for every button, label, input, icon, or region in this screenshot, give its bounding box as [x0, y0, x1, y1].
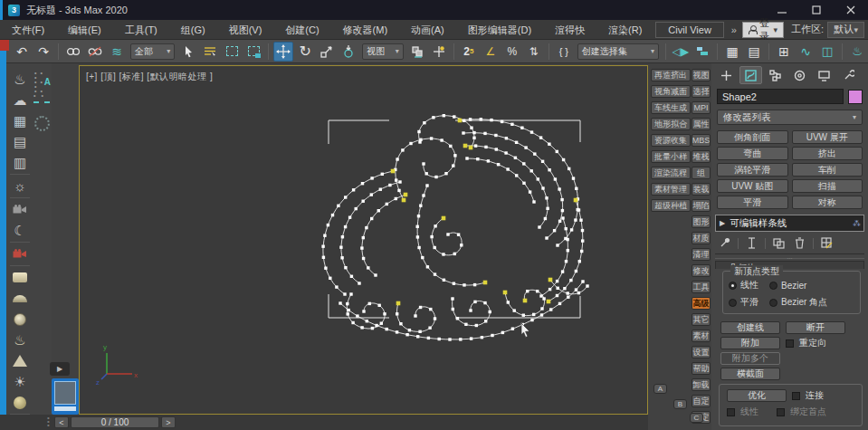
remove-modifier-icon[interactable]: [792, 236, 807, 250]
menu-edit[interactable]: 编辑(E): [56, 20, 113, 40]
plugin-tab[interactable]: 塌陷: [692, 199, 711, 212]
modifier-list-dropdown[interactable]: 修改器列表 ▾: [717, 110, 863, 125]
plugin-tab[interactable]: 渲染流程: [651, 167, 691, 179]
tab-modify[interactable]: [739, 66, 762, 84]
radio-linear[interactable]: [729, 282, 737, 290]
modifier-button[interactable]: 平滑: [717, 196, 788, 209]
modifier-button[interactable]: 倒角剖面: [717, 130, 788, 144]
spinner-snap-toggle-button[interactable]: ⇅: [524, 42, 544, 62]
use-pivot-point-icon[interactable]: [407, 42, 427, 62]
window-crossing-toggle-icon[interactable]: [243, 42, 263, 62]
close-button[interactable]: [834, 0, 868, 20]
maximize-button[interactable]: [799, 0, 834, 20]
modifier-stack-item[interactable]: ▶ 可编辑样条线 ⁂: [715, 215, 864, 232]
next-frame-button[interactable]: >: [161, 416, 176, 428]
modifier-button[interactable]: UVW 展开: [792, 130, 863, 144]
radio-bezier-corner[interactable]: [769, 299, 777, 307]
tab-hierarchy[interactable]: [764, 66, 787, 84]
object-name-field[interactable]: Shape2: [717, 89, 844, 104]
plugin-tab-active[interactable]: 高级: [692, 297, 711, 310]
plugin-tab[interactable]: 帮助: [692, 362, 711, 375]
plugin-tab[interactable]: 地形拟合: [651, 118, 691, 130]
plugin-tab[interactable]: MBS: [692, 134, 711, 147]
render-window-icon[interactable]: ▦: [9, 110, 31, 131]
plugin-tab[interactable]: 堆栈: [692, 150, 711, 163]
plugin-tab[interactable]: 批量小样: [651, 150, 691, 163]
menu-group[interactable]: 组(G): [169, 20, 217, 40]
select-and-place-icon[interactable]: [339, 42, 358, 62]
select-and-manipulate-icon[interactable]: [429, 42, 449, 62]
menu-file[interactable]: 文件(F): [0, 20, 56, 40]
menu-graph-editors[interactable]: 图形编辑器(D): [456, 20, 543, 40]
menu-civil-view[interactable]: Civil View: [655, 22, 723, 38]
primitive-box-icon[interactable]: [9, 267, 31, 288]
menu-create[interactable]: 创建(C): [273, 20, 330, 40]
menu-render-plugin[interactable]: 渲得快: [543, 20, 596, 40]
quick-button-b[interactable]: B: [673, 399, 687, 409]
snaps-toggle-button[interactable]: 25: [459, 42, 479, 62]
plugin-tab[interactable]: 其它: [692, 313, 711, 326]
menu-overflow-chevron[interactable]: »: [726, 24, 742, 35]
show-end-result-icon[interactable]: [744, 236, 759, 250]
panel-splitter[interactable]: ˰˰˰: [715, 253, 864, 259]
align-button[interactable]: [692, 42, 712, 62]
select-and-link-icon[interactable]: [63, 42, 83, 62]
select-and-rotate-button[interactable]: ↻: [295, 42, 315, 62]
video-camera-icon[interactable]: [9, 199, 31, 220]
modifier-button[interactable]: 扫描: [792, 179, 863, 193]
tab-motion[interactable]: [788, 66, 811, 84]
pin-stack-icon[interactable]: [717, 236, 732, 250]
expand-arrow-icon[interactable]: ▶: [720, 219, 725, 227]
viewport-top[interactable]: y x z [+] [顶] [标准] [默认明暗处理 ]: [79, 65, 648, 415]
attach-multiple-button[interactable]: 附加多个: [720, 352, 780, 365]
redo-button[interactable]: ↷: [33, 42, 53, 62]
schematic-view-button[interactable]: ⊞: [774, 42, 794, 62]
reference-coordinate-dropdown[interactable]: 视图 ▾: [362, 43, 404, 60]
plugin-tab[interactable]: 素材管理: [651, 183, 691, 196]
object-color-swatch[interactable]: [848, 90, 863, 104]
modifier-button[interactable]: UVW 贴图: [717, 179, 788, 193]
time-slider[interactable]: 0 / 100: [71, 416, 159, 428]
dotted-array-icon[interactable]: • • •• • •• • A: [34, 71, 49, 85]
data-table-icon[interactable]: ▥: [9, 152, 31, 173]
break-button[interactable]: 断开: [786, 321, 845, 334]
login-dropdown[interactable]: 登录 ▾: [742, 22, 784, 38]
quick-button-a[interactable]: A: [653, 384, 667, 394]
radio-bezier[interactable]: [769, 282, 777, 290]
percent-snap-toggle-button[interactable]: %: [502, 42, 522, 62]
modifier-button[interactable]: 涡轮平滑: [717, 163, 788, 177]
plugin-tab[interactable]: 自定: [692, 395, 711, 407]
quick-button-c[interactable]: C: [690, 413, 703, 423]
connect-checkbox[interactable]: [792, 392, 800, 400]
modifier-button[interactable]: 挤出: [792, 147, 863, 160]
plugin-tab[interactable]: 卸载: [692, 378, 711, 391]
select-object-icon[interactable]: [178, 42, 198, 62]
named-selection-set-dropdown[interactable]: 创建选择集 ▾: [577, 43, 659, 60]
configure-modifier-sets-icon[interactable]: [819, 236, 835, 250]
unlink-selection-icon[interactable]: [85, 42, 105, 62]
undo-button[interactable]: ↶: [12, 42, 32, 62]
night-moon-icon[interactable]: ☾: [9, 220, 31, 241]
layer-explorer-button[interactable]: ▤: [744, 42, 764, 62]
plugin-tab[interactable]: 车线生成: [651, 101, 691, 114]
tab-display[interactable]: [813, 66, 835, 84]
plugin-tab[interactable]: 工具: [692, 281, 711, 293]
attach-button[interactable]: 附加: [720, 337, 780, 349]
cross-section-button[interactable]: 横截面: [720, 368, 780, 380]
modifier-button[interactable]: 车削: [792, 163, 863, 177]
tab-create[interactable]: [715, 66, 738, 84]
menu-modifiers[interactable]: 修改器(M): [331, 20, 400, 40]
primitive-teapot-icon[interactable]: ♨: [9, 330, 31, 350]
primitive-dome-icon[interactable]: [9, 288, 31, 309]
rectangular-selection-region-icon[interactable]: [222, 42, 242, 62]
render-button[interactable]: ♨: [847, 42, 867, 62]
primitive-sphere-icon[interactable]: [9, 392, 31, 413]
tab-utilities[interactable]: [837, 66, 860, 84]
modifier-button[interactable]: 弯曲: [717, 147, 788, 160]
record-camera-icon[interactable]: [9, 244, 31, 264]
render-setup-button[interactable]: ◫: [817, 42, 837, 62]
plugin-tab[interactable]: 属性: [692, 118, 711, 130]
previous-frame-button[interactable]: <: [54, 416, 69, 428]
schedule-list-icon[interactable]: ▤: [9, 131, 31, 152]
render-teapot-icon[interactable]: ♨: [9, 69, 31, 90]
